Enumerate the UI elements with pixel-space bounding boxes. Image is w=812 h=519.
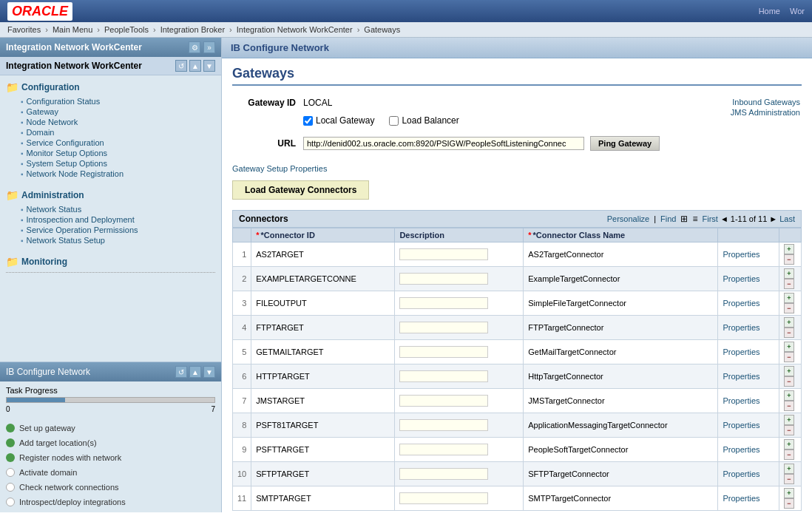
sidebar-item-domain[interactable]: ▪ Domain: [21, 127, 215, 138]
delete-row-button[interactable]: −: [784, 376, 794, 387]
properties-link[interactable]: Properties: [723, 299, 759, 308]
refresh-icon-btn[interactable]: ↺: [175, 60, 187, 72]
delete-row-button[interactable]: −: [784, 303, 794, 313]
delete-row-button[interactable]: −: [784, 498, 794, 509]
last-link[interactable]: Last: [779, 214, 795, 223]
url-input[interactable]: [303, 137, 584, 150]
task-setup-gateway[interactable]: Set up gateway: [6, 421, 215, 435]
add-row-button[interactable]: +: [784, 366, 794, 376]
delete-row-button[interactable]: −: [784, 450, 794, 460]
description-input[interactable]: [399, 248, 488, 260]
load-balancer-checkbox-label[interactable]: Load Balancer: [389, 115, 459, 126]
collapse2-icon-btn[interactable]: ▼: [203, 60, 215, 72]
description-input[interactable]: [399, 492, 488, 504]
add-row-button[interactable]: +: [784, 268, 794, 279]
task-add-target[interactable]: Add target location(s): [6, 435, 215, 450]
row-actions-cell: + −: [779, 291, 802, 316]
description-input[interactable]: [399, 322, 488, 333]
description-input[interactable]: [399, 468, 488, 480]
delete-row-button[interactable]: −: [784, 279, 794, 289]
description-input[interactable]: [399, 346, 488, 358]
breadcrumb-item-gateways[interactable]: Gateways: [364, 25, 400, 34]
page-nav-next[interactable]: ►: [769, 214, 777, 223]
task-introspect[interactable]: Introspect/deploy integrations: [6, 495, 215, 509]
breadcrumb-item-favorites[interactable]: Favorites: [7, 25, 41, 34]
sidebar-item-network-status[interactable]: ▪ Network Status: [21, 204, 215, 214]
properties-link[interactable]: Properties: [723, 323, 759, 332]
wor-link[interactable]: Wor: [790, 7, 805, 16]
delete-row-button[interactable]: −: [784, 254, 794, 265]
add-row-button[interactable]: +: [784, 244, 794, 254]
col-class-name: *Connector Class Name: [524, 228, 718, 242]
delete-row-button[interactable]: −: [784, 401, 794, 411]
add-row-button[interactable]: +: [784, 390, 794, 401]
sidebar-item-introspection[interactable]: ▪ Introspection and Deployment: [21, 214, 215, 225]
local-gateway-checkbox-label[interactable]: Local Gateway: [303, 115, 374, 126]
sidebar-item-system-setup[interactable]: ▪ System Setup Options: [21, 158, 215, 169]
properties-link[interactable]: Properties: [723, 250, 759, 259]
properties-link[interactable]: Properties: [723, 469, 759, 478]
collapse-icon-btn[interactable]: »: [203, 41, 215, 53]
breadcrumb-item-peopletools[interactable]: PeopleTools: [104, 25, 149, 34]
properties-link[interactable]: Properties: [723, 274, 759, 283]
ib-refresh-btn[interactable]: ↺: [175, 366, 187, 378]
monitoring-header[interactable]: 📁 Monitoring: [6, 254, 215, 269]
local-gateway-checkbox[interactable]: [303, 116, 313, 126]
find-link[interactable]: Find: [660, 214, 676, 223]
expand-icon-btn[interactable]: ▲: [189, 60, 201, 72]
properties-link[interactable]: Properties: [723, 445, 759, 454]
properties-link[interactable]: Properties: [723, 396, 759, 405]
ib-down-btn[interactable]: ▼: [203, 366, 215, 378]
page-nav-prev[interactable]: ◄: [720, 214, 728, 223]
administration-header[interactable]: 📁 Administration: [6, 188, 215, 203]
class-name-cell: ApplicationMessagingTargetConnector: [524, 413, 718, 438]
sidebar-item-service-ops[interactable]: ▪ Service Operation Permissions: [21, 225, 215, 235]
inbound-gateways-link[interactable]: Inbound Gateways: [697, 98, 800, 106]
home-link[interactable]: Home: [759, 7, 780, 16]
description-input[interactable]: [399, 370, 488, 382]
load-balancer-checkbox[interactable]: [389, 116, 399, 126]
sidebar-item-service-config[interactable]: ▪ Service Configuration: [21, 138, 215, 148]
delete-row-button[interactable]: −: [784, 328, 794, 338]
add-row-button[interactable]: +: [784, 415, 794, 425]
ping-gateway-button[interactable]: Ping Gateway: [590, 136, 660, 151]
breadcrumb-item-main[interactable]: Main Menu: [53, 25, 92, 34]
properties-link[interactable]: Properties: [723, 421, 759, 430]
task-register-nodes[interactable]: Register nodes with network: [6, 450, 215, 465]
description-input[interactable]: [399, 395, 488, 407]
description-input[interactable]: [399, 273, 488, 285]
breadcrumb-item-ib[interactable]: Integration Broker: [160, 25, 225, 34]
first-link[interactable]: First: [702, 214, 717, 223]
delete-row-button[interactable]: −: [784, 474, 794, 484]
sidebar-item-monitor-setup[interactable]: ▪ Monitor Setup Options: [21, 148, 215, 158]
gateway-setup-properties-link[interactable]: Gateway Setup Properties: [232, 164, 327, 173]
properties-link[interactable]: Properties: [723, 372, 759, 381]
jms-admin-link[interactable]: JMS Administration: [697, 108, 800, 117]
add-row-button[interactable]: +: [784, 342, 794, 352]
settings-icon-btn[interactable]: ⚙: [189, 41, 200, 53]
sidebar-item-config-status[interactable]: ▪ Configuration Status: [21, 96, 215, 106]
description-input[interactable]: [399, 444, 488, 455]
sidebar-item-node-registration[interactable]: ▪ Network Node Registration: [21, 169, 215, 179]
description-input[interactable]: [399, 297, 488, 309]
task-check-network[interactable]: Check network connections: [6, 480, 215, 495]
add-row-button[interactable]: +: [784, 293, 794, 303]
configuration-header[interactable]: 📁 Configuration: [6, 80, 215, 95]
add-row-button[interactable]: +: [784, 488, 794, 498]
description-input[interactable]: [399, 419, 488, 431]
add-row-button[interactable]: +: [784, 439, 794, 450]
sidebar-item-node-network[interactable]: ▪ Node Network: [21, 117, 215, 127]
sidebar-item-gateway[interactable]: ▪ Gateway: [21, 106, 215, 117]
delete-row-button[interactable]: −: [784, 425, 794, 435]
personalize-link[interactable]: Personalize: [607, 214, 649, 223]
task-activate-domain[interactable]: Activate domain: [6, 465, 215, 480]
ib-up-btn[interactable]: ▲: [189, 366, 201, 378]
properties-link[interactable]: Properties: [723, 494, 759, 503]
add-row-button[interactable]: +: [784, 317, 794, 328]
properties-link[interactable]: Properties: [723, 347, 759, 356]
breadcrumb-item-workcenter[interactable]: Integration Network WorkCenter: [237, 25, 353, 34]
load-gateway-connectors-button[interactable]: Load Gateway Connectors: [232, 180, 369, 200]
add-row-button[interactable]: +: [784, 464, 794, 474]
delete-row-button[interactable]: −: [784, 352, 794, 362]
sidebar-item-network-status-setup[interactable]: ▪ Network Status Setup: [21, 235, 215, 245]
